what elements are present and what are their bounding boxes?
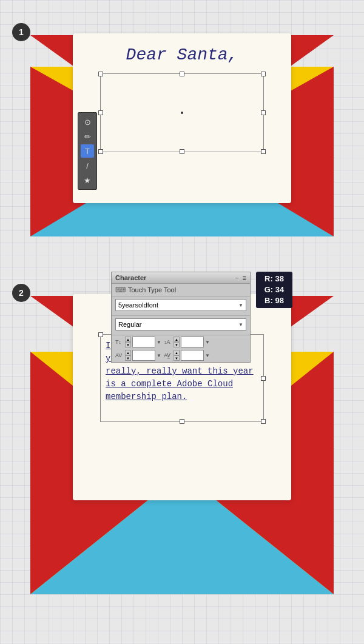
handle-br [261, 149, 266, 154]
kerning-arrows[interactable]: ▲ ▼ [174, 350, 180, 361]
toolbar-pen-icon[interactable]: ✏ [81, 130, 94, 143]
kerning-dropdown-arrow[interactable]: ▼ [205, 353, 210, 358]
toolbar-selection-icon[interactable]: ⊙ [81, 115, 94, 129]
toolbar-line-icon[interactable]: / [81, 159, 94, 172]
font-name-dropdown[interactable]: 5yearsoldfont ▼ [115, 299, 246, 311]
font-name-section: 5yearsoldfont ▼ [112, 297, 250, 316]
handle-mr [261, 110, 266, 115]
toolbar-star-icon[interactable]: ★ [81, 173, 94, 187]
tracking-up[interactable]: ▲ [125, 350, 131, 355]
text-cursor [181, 112, 183, 114]
kerning-icon: AV̲ [164, 352, 172, 358]
font-size-dropdown-arrow[interactable]: ▼ [157, 340, 161, 345]
tracking-spinner: AV ▲ ▼ Auto ▼ [115, 350, 161, 361]
touch-type-row: ⌨ Touch Type Tool [112, 284, 250, 297]
panel-controls: − ≡ [234, 274, 246, 281]
leading-down[interactable]: ▼ [174, 342, 180, 347]
kerning-up[interactable]: ▲ [174, 350, 180, 355]
leading-up[interactable]: ▲ [174, 337, 180, 342]
handle-tr [261, 72, 266, 76]
step-badge-1: 1 [12, 23, 30, 41]
handle-tl-2 [98, 332, 103, 337]
handle-bm-2 [180, 419, 184, 424]
tracking-down[interactable]: ▼ [125, 355, 131, 361]
tracking-arrows[interactable]: ▲ ▼ [125, 350, 131, 361]
envelope-1: Dear Santa, ⊙ ✏ T / ★ [30, 18, 334, 236]
font-size-icon: T↕ [115, 339, 124, 345]
color-r: R: 38 [265, 273, 284, 284]
leading-arrows[interactable]: ▲ ▼ [174, 337, 180, 347]
tracking-input[interactable]: Auto [132, 350, 155, 361]
panel-title: Character [115, 274, 146, 281]
character-panel: Character − ≡ ⌨ Touch Type Tool 5yearsol… [111, 272, 251, 363]
kerning-down[interactable]: ▼ [174, 355, 180, 361]
panel-menu-icon[interactable]: ≡ [243, 274, 246, 281]
font-size-arrows[interactable]: ▲ ▼ [125, 337, 131, 347]
dear-santa-heading-1: Dear Santa, [88, 45, 276, 64]
handle-br-2 [261, 419, 266, 424]
handle-ml [98, 110, 103, 115]
leading-spinner: ↕A ▲ ▼ (12 px) ▼ [164, 337, 210, 347]
font-size-row: T↕ ▲ ▼ 10 px ▼ ↕A ▲ ▼ (12 px) ▼ [112, 335, 250, 349]
ps-toolbar: ⊙ ✏ T / ★ [78, 112, 97, 190]
dropdown-arrow-font: ▼ [238, 303, 243, 308]
text-selection-box-1[interactable] [100, 73, 264, 152]
dropdown-arrow-style: ▼ [238, 322, 243, 327]
font-size-up[interactable]: ▲ [125, 337, 131, 342]
panel-minimize-btn[interactable]: − [234, 275, 240, 281]
handle-bm [180, 149, 184, 154]
font-size-input[interactable]: 10 px [132, 337, 155, 347]
section-1: 1 Dear Santa, [0, 0, 364, 261]
color-b: B: 98 [265, 295, 284, 306]
kerning-spinner: AV̲ ▲ ▼ 0 ▼ [164, 350, 210, 361]
handle-bl [98, 149, 103, 154]
handle-mr-2 [261, 376, 266, 381]
kerning-input[interactable]: 0 [181, 350, 204, 361]
tracking-icon: AV [115, 352, 124, 358]
leading-input[interactable]: (12 px) [181, 337, 204, 347]
tracking-row: AV ▲ ▼ Auto ▼ AV̲ ▲ ▼ 0 ▼ [112, 349, 250, 362]
step-badge-2: 2 [12, 284, 30, 302]
handle-tm [180, 72, 184, 76]
leading-dropdown-arrow[interactable]: ▼ [205, 340, 210, 345]
font-style-section: Regular ▼ [112, 316, 250, 335]
font-size-down[interactable]: ▼ [125, 342, 131, 347]
color-badge: R: 38 G: 34 B: 98 [256, 272, 292, 308]
font-size-spinner: T↕ ▲ ▼ 10 px ▼ [115, 337, 161, 347]
toolbar-type-icon[interactable]: T [81, 144, 94, 158]
touch-type-label: Touch Type Tool [128, 286, 176, 293]
touch-type-icon: ⌨ [115, 286, 126, 294]
color-g: G: 34 [265, 284, 285, 295]
letter-card-1: Dear Santa, [73, 33, 291, 203]
panel-titlebar: Character − ≡ [112, 272, 250, 284]
handle-tl [98, 72, 103, 76]
tracking-dropdown-arrow[interactable]: ▼ [157, 353, 161, 358]
font-style-dropdown[interactable]: Regular ▼ [115, 318, 246, 330]
leading-icon: ↕A [164, 339, 172, 345]
